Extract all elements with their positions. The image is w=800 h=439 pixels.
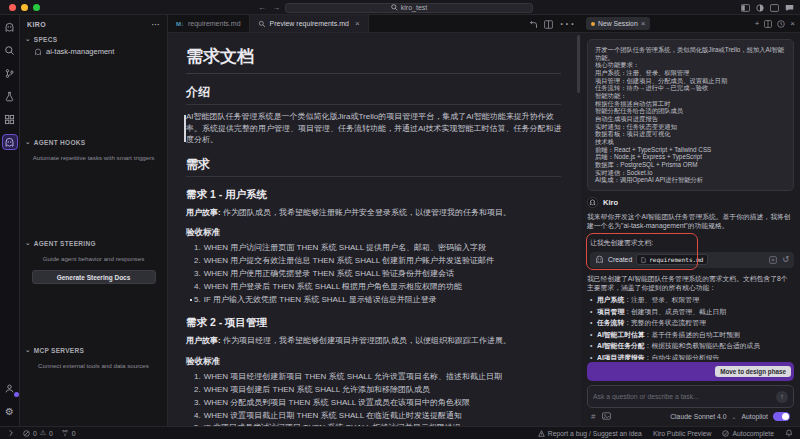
kiro-agent-panel-icon[interactable] [2, 134, 18, 150]
chevron-down-icon: ⌄ [732, 413, 737, 420]
model-selector[interactable]: Claude Sonnet 4.0 [670, 413, 726, 420]
chat-bubble-icon[interactable] [785, 4, 794, 12]
kiro-logo-icon[interactable] [2, 19, 18, 35]
report-bug-link[interactable]: Report a bug / Suggest an idea [538, 430, 642, 437]
attach-image-icon[interactable] [602, 412, 611, 420]
chat-toolbar: # Claude Sonnet 4.0 ⌄ Autopilot [581, 408, 800, 426]
list-item: IF 用户输入无效凭据 THEN 系统 SHALL 显示错误信息并阻止登录 [192, 295, 564, 305]
chat-input-container: ↑ [587, 385, 794, 408]
intro-paragraph: AI智能团队任务管理系统是一个类似简化版Jira或Trello的项目管理平台，集… [186, 111, 564, 146]
chevron-down-icon: ⌄ [25, 239, 31, 247]
user-message: 开发一个团队任务管理系统，类似简化版Jira或Trello，想加入AI智能功能。… [587, 39, 794, 191]
new-session-icon[interactable]: + [755, 19, 760, 28]
action-banner: Move to design phase [587, 362, 794, 381]
bullet-item: 任务流转：完整的任务状态流程管理 [590, 319, 794, 328]
send-button[interactable]: ↑ [776, 391, 788, 403]
warning-icon: ⚠ [40, 429, 46, 437]
created-file-row[interactable]: Created requirements.md ↺ [590, 252, 794, 268]
command-center-search[interactable]: kiro_test [285, 3, 533, 13]
chat-input[interactable] [593, 393, 772, 400]
undo-icon[interactable]: ↺ [782, 255, 789, 264]
req2-criteria-list: WHEN 项目经理创建新项目 THEN 系统 SHALL 允许设置项目名称、描述… [192, 372, 581, 426]
bullet-item: AI智能工时估算：基于任务描述的自动工时预测 [590, 331, 794, 340]
workspace-title: kiro_test [401, 4, 427, 11]
bullet-item: 用户系统：注册、登录、权限管理 [590, 296, 794, 305]
autopilot-toggle[interactable] [773, 412, 790, 421]
tab-preview-requirements-md[interactable]: Preview requirements.md × [250, 15, 369, 32]
settings-gear-icon[interactable]: ⚙ [2, 403, 18, 419]
assistant-message: Kiro 我来帮你开发这个AI智能团队任务管理系统。基于你的描述，我将创建一个名… [587, 197, 794, 360]
generate-steering-docs-button[interactable]: Generate Steering Docs [32, 270, 156, 284]
file-chip[interactable]: requirements.md [636, 254, 708, 265]
error-icon [23, 430, 30, 437]
ports-indicator[interactable]: 0 [61, 430, 76, 437]
bullet-item: 项目管理：创建项目、成员管理、截止日期 [590, 308, 794, 317]
maximize-window-button[interactable] [33, 4, 40, 11]
autocomplete-status[interactable]: Autocomplete [722, 430, 774, 437]
section-specs[interactable]: ⌄ SPECS [20, 33, 167, 45]
agent-steering-description: Guide agent behavior and responses [20, 255, 167, 262]
toggle-panel-left-icon[interactable] [741, 4, 750, 12]
search-sidebar-icon[interactable] [2, 42, 18, 58]
split-editor-icon[interactable] [544, 20, 553, 29]
editor-scrollbar[interactable] [577, 35, 580, 93]
close-session-icon[interactable]: × [641, 19, 646, 28]
req1-story: 用户故事: 作为团队成员，我希望能够注册账户并安全登录系统，以便管理我的任务和项… [186, 207, 564, 219]
more-actions-icon[interactable]: ··· [559, 15, 575, 33]
assistant-paragraph: 让我先创建需求文档: [590, 238, 794, 247]
warning-count: 0 [49, 430, 53, 437]
notifications-bell-icon[interactable] [785, 429, 793, 437]
context-hash-icon[interactable]: # [591, 412, 595, 421]
req2-story: 用户故事: 作为项目经理，我希望能够创建项目并管理团队成员，以便组织和跟踪工作进… [186, 335, 564, 347]
remote-indicator[interactable] [7, 429, 15, 437]
agent-hooks-description: Automate repetitive tasks with smart tri… [20, 154, 167, 161]
window-controls [9, 4, 40, 11]
chevron-down-icon: ⌄ [25, 35, 31, 43]
close-window-button[interactable] [9, 4, 16, 11]
split-chat-icon[interactable] [764, 20, 772, 28]
open-changes-icon[interactable] [529, 20, 538, 29]
section-mcp-servers[interactable]: ⌄ MCP SERVERS [20, 344, 167, 356]
tab-new-session[interactable]: New Session × [586, 17, 650, 30]
bullet-item: AI项目进度报告：自动生成智能分析报告 [590, 354, 794, 360]
back-arrow-icon[interactable]: ← [258, 3, 266, 12]
editor-group: M↓ requirements.md Preview requirements.… [168, 15, 581, 426]
feature-bullet-list: 用户系统：注册、登录、权限管理 项目管理：创建项目、成员管理、截止日期 任务流转… [590, 296, 794, 360]
minimize-window-button[interactable] [21, 4, 28, 11]
req1-heading: 需求 1 - 用户系统 [186, 188, 581, 202]
kiro-chat-panel: New Session × + × 开发一个团队任务管理系统，类似简化版Jira… [581, 15, 800, 426]
mcp-servers-description: Connect external tools and data sources [20, 362, 167, 369]
chevron-down-icon: ⌄ [25, 346, 31, 354]
open-diff-icon[interactable] [769, 256, 777, 264]
list-item: WHEN 项目经理创建新项目 THEN 系统 SHALL 允许设置项目名称、描述… [192, 372, 564, 382]
list-item: WHEN 项目创建后 THEN 系统 SHALL 允许添加和移除团队成员 [192, 385, 564, 395]
theme-contrast-icon[interactable] [756, 4, 764, 12]
toggle-panel-bottom-icon[interactable] [770, 4, 779, 12]
kiro-avatar [587, 197, 598, 208]
remote-icon [7, 429, 15, 437]
problems-indicator[interactable]: 0 ⚠ 0 [23, 429, 53, 437]
move-to-design-phase-button[interactable]: Move to design phase [715, 366, 791, 377]
close-panel-icon[interactable]: × [790, 19, 795, 28]
activity-bar: ⚙ [0, 15, 20, 426]
ports-count: 0 [72, 430, 76, 437]
history-clock-icon[interactable] [777, 20, 785, 28]
account-icon[interactable] [2, 380, 18, 396]
sidebar-item-ai-task-management[interactable]: ai-task-management [20, 45, 167, 58]
tab-requirements-md[interactable]: M↓ requirements.md [168, 15, 250, 32]
debug-flask-icon[interactable] [2, 88, 18, 104]
list-item: WHEN 用户使用正确凭据登录 THEN 系统 SHALL 验证身份并创建会话 [192, 269, 564, 279]
section-agent-steering[interactable]: ⌄ AGENT STEERING [20, 237, 167, 249]
error-count: 0 [33, 430, 37, 437]
list-item: WHEN 设置项目截止日期 THEN 系统 SHALL 在临近截止时发送提醒通知 [192, 411, 564, 421]
sidebar-more-icon[interactable]: ··· [152, 21, 160, 28]
chevron-down-icon: ⌄ [25, 138, 31, 146]
source-control-icon[interactable] [2, 65, 18, 81]
kiro-file-icon [595, 255, 604, 264]
forward-arrow-icon[interactable]: → [272, 3, 280, 12]
section-agent-hooks[interactable]: ⌄ AGENT HOOKS [20, 136, 167, 148]
close-tab-icon[interactable]: × [355, 19, 360, 28]
extensions-icon[interactable] [2, 111, 18, 127]
status-bar: 0 ⚠ 0 0 Report a bug / Suggest an idea K… [0, 426, 800, 439]
list-item: WHEN 用户访问注册页面 THEN 系统 SHALL 提供用户名、邮箱、密码输… [192, 243, 564, 253]
